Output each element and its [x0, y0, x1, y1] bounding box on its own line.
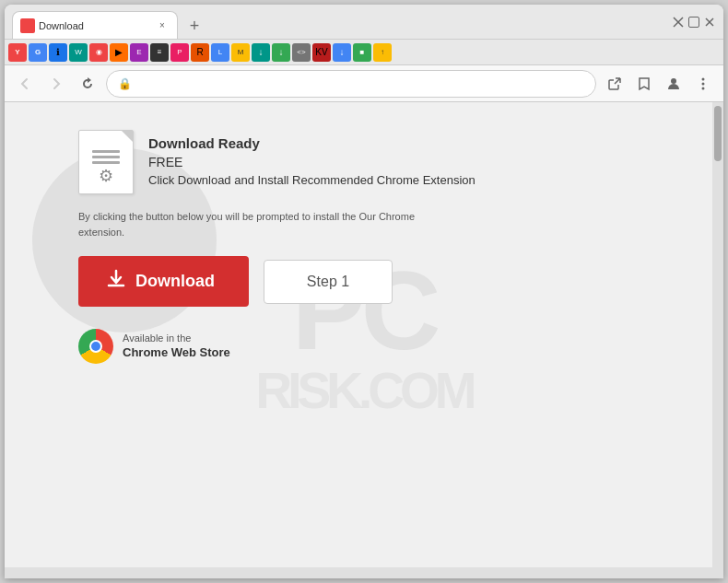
- ext-2[interactable]: W: [69, 43, 88, 62]
- file-thumbnail: ⚙: [78, 130, 134, 194]
- browser-window: Download × + Y G ℹ W ◉ ▶ E ≡ P R L M ↓ ↓: [5, 5, 723, 578]
- chrome-web-store-badge[interactable]: Available in the Chrome Web Store: [78, 329, 631, 364]
- ext-16[interactable]: ↑: [373, 43, 392, 62]
- lock-icon: 🔒: [118, 77, 132, 90]
- download-icon: [106, 269, 126, 294]
- bookmark-button[interactable]: [631, 71, 657, 97]
- chrome-logo-inner: [89, 340, 102, 353]
- tab-close-button[interactable]: ×: [155, 18, 170, 33]
- menu-button[interactable]: [690, 71, 716, 97]
- ext-1[interactable]: ℹ: [49, 43, 67, 62]
- cws-text: Available in the Chrome Web Store: [123, 332, 230, 360]
- file-meta: Download Ready FREE Click Download and I…: [148, 135, 476, 187]
- content-card: ⚙ Download Ready FREE Click Download and…: [78, 130, 631, 364]
- chrome-logo: [78, 329, 113, 364]
- extensions-bar: Y G ℹ W ◉ ▶ E ≡ P R L M ↓ ↓ <> KV ↓ ■ ↑: [5, 40, 723, 65]
- window-controls: [672, 16, 716, 29]
- tab-strip: Download × +: [12, 5, 664, 39]
- maximize-button[interactable]: [688, 17, 699, 28]
- step-button-label: Step 1: [307, 274, 349, 289]
- svg-point-7: [702, 87, 705, 89]
- ext-9[interactable]: L: [211, 43, 229, 62]
- file-price: FREE: [148, 155, 476, 169]
- ext-3[interactable]: ◉: [89, 43, 108, 62]
- url-bar[interactable]: 🔒: [106, 70, 596, 98]
- ext-14[interactable]: ↓: [333, 43, 351, 62]
- ext-7[interactable]: P: [170, 43, 189, 62]
- ext-google[interactable]: G: [29, 43, 47, 62]
- minimize-button[interactable]: [672, 16, 685, 29]
- download-button[interactable]: Download: [78, 256, 249, 307]
- svg-point-4: [671, 78, 676, 84]
- reload-button[interactable]: [75, 71, 100, 97]
- forward-button[interactable]: [43, 71, 69, 97]
- title-bar: Download × +: [5, 5, 723, 40]
- tab-favicon: [20, 18, 35, 33]
- ext-4[interactable]: ▶: [110, 43, 128, 62]
- ext-12[interactable]: ↓: [272, 43, 290, 62]
- ext-5[interactable]: E: [130, 43, 148, 62]
- file-lines: [92, 150, 120, 164]
- file-line-1: [92, 150, 120, 153]
- file-detail-icon: ⚙: [99, 166, 113, 186]
- file-line-3: [92, 161, 120, 164]
- cws-name-label: Chrome Web Store: [123, 345, 230, 361]
- tab-title: Download: [39, 20, 151, 31]
- ext-6[interactable]: ≡: [150, 43, 169, 62]
- file-title: Download Ready: [148, 135, 476, 151]
- file-info-row: ⚙ Download Ready FREE Click Download and…: [78, 130, 631, 194]
- page-content: PC RISK.COM ⚙ Download Ready FREE: [5, 102, 723, 567]
- scrollbar[interactable]: [712, 102, 723, 567]
- disclaimer-text: By clicking the button below you will be…: [78, 209, 429, 239]
- ext-kv[interactable]: KV: [312, 43, 331, 62]
- cws-available-label: Available in the: [123, 332, 230, 344]
- ext-15[interactable]: ■: [353, 43, 371, 62]
- svg-point-5: [702, 77, 705, 80]
- scrollbar-thumb[interactable]: [714, 106, 722, 161]
- ext-13[interactable]: <>: [292, 43, 311, 62]
- address-bar: 🔒: [5, 65, 723, 102]
- download-button-label: Download: [135, 272, 215, 291]
- toolbar-icons: [602, 71, 716, 97]
- bottom-scrollbar[interactable]: [5, 567, 723, 578]
- share-button[interactable]: [602, 71, 628, 97]
- file-desc: Click Download and Install Recommended C…: [148, 173, 476, 187]
- buttons-row: Download Step 1: [78, 256, 631, 307]
- ext-11[interactable]: ↓: [252, 43, 270, 62]
- account-button[interactable]: [661, 71, 687, 97]
- ext-youtube[interactable]: Y: [8, 43, 27, 62]
- new-tab-button[interactable]: +: [182, 13, 207, 39]
- ext-8[interactable]: R: [191, 43, 209, 62]
- back-button[interactable]: [12, 71, 38, 97]
- file-line-2: [92, 156, 120, 158]
- close-button[interactable]: [703, 16, 716, 29]
- ext-10[interactable]: M: [231, 43, 250, 62]
- svg-point-6: [702, 82, 705, 85]
- active-tab[interactable]: Download ×: [12, 11, 178, 39]
- step-button[interactable]: Step 1: [264, 260, 393, 304]
